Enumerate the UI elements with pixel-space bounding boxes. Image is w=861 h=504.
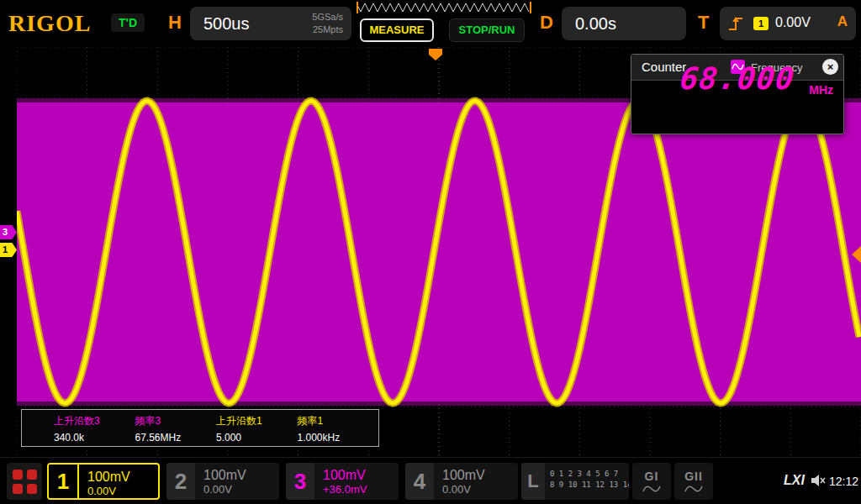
trigger-mode: A: [837, 13, 848, 30]
brand-logo: RIGOL: [8, 10, 91, 37]
meas-value-1: 340.0k: [54, 432, 135, 444]
clock: 12:12: [829, 475, 858, 488]
horizontal-overview-strip[interactable]: [357, 1, 531, 14]
meas-label-3: 上升沿数1: [216, 414, 298, 428]
bottom-bar: 1 100mV 0.00V 2 100mV 0.00V 3 100mV +36.…: [0, 457, 861, 504]
channel1-scale: 100mV: [87, 469, 158, 485]
sound-muted-icon[interactable]: [811, 474, 826, 487]
delay-label: D: [540, 12, 553, 34]
trigger-status-badge: T'D: [111, 13, 145, 32]
measurement-labels: 上升沿数3 频率3 上升沿数1 频率1: [22, 412, 378, 429]
digital-channels-box[interactable]: L 0 1 2 3 4 5 6 7 8 9 10 11 12 13 14 15: [521, 463, 629, 500]
delay-box[interactable]: 0.00s: [562, 7, 686, 40]
counter-unit: MHz: [809, 83, 833, 97]
acquisition-info: 5GSa/s 25Mpts: [312, 11, 343, 36]
trigger-slope-icon: [726, 13, 748, 34]
meas-value-4: 1.000kHz: [298, 432, 379, 444]
channel3-offset: +36.0mV: [323, 483, 399, 496]
channel3-position-marker[interactable]: 3: [0, 225, 17, 239]
channel2-box[interactable]: 2 100mV 0.00V: [166, 463, 279, 500]
channel4-scale: 100mV: [442, 467, 518, 483]
chann2-offset: 0.00V: [203, 483, 279, 496]
memory-depth: 25Mpts: [312, 24, 343, 36]
channel1-box[interactable]: 1 100mV 0.00V: [47, 463, 160, 500]
trigger-source-badge: 1: [753, 17, 769, 30]
ch3-trace-band: [17, 102, 861, 402]
channel2-number: 2: [166, 463, 195, 500]
top-bar: RIGOL T'D H 500us 5GSa/s 25Mpts MEASURE …: [0, 0, 861, 47]
channel1-number: 1: [49, 465, 79, 498]
trigger-position-marker[interactable]: [429, 49, 442, 60]
channel1-offset: 0.00V: [87, 485, 158, 498]
trigger-label: T: [698, 12, 709, 34]
horizontal-label: H: [168, 12, 182, 34]
meas-label-1: 上升沿数3: [54, 414, 135, 428]
generator2-box[interactable]: GII: [674, 463, 713, 500]
counter-title: Counter: [642, 60, 686, 74]
channel1-position-marker[interactable]: 1: [0, 243, 17, 257]
measure-button[interactable]: MEASURE: [360, 18, 434, 42]
lxi-logo: LXI: [784, 473, 805, 488]
channel4-number: 4: [405, 463, 434, 500]
generator2-label: GII: [684, 470, 703, 483]
channel3-number: 3: [286, 463, 314, 500]
trigger-box[interactable]: 1 0.00V A: [720, 7, 856, 40]
digital-row2: 8 9 10 11 12 13 14 15: [550, 480, 629, 491]
sine-icon: [642, 485, 661, 493]
timebase-box[interactable]: 500us 5GSa/s 25Mpts: [190, 7, 351, 40]
stop-run-button[interactable]: STOP/RUN: [449, 18, 525, 42]
meas-label-4: 频率1: [298, 414, 379, 428]
channel3-scale: 100mV: [323, 467, 399, 483]
generator1-box[interactable]: GI: [632, 463, 671, 500]
digital-label: L: [521, 463, 545, 500]
delay-value: 0.00s: [575, 14, 616, 34]
measurement-panel[interactable]: 上升沿数3 频率3 上升沿数1 频率1 340.0k 67.56MHz 5.00…: [21, 409, 379, 447]
meas-value-3: 5.000: [216, 432, 298, 444]
sample-rate: 5GSa/s: [312, 11, 343, 24]
counter-panel: Counter Frequency × 68.000 MHz: [631, 54, 844, 134]
generator1-label: GI: [645, 470, 659, 483]
measurement-values: 340.0k 67.56MHz 5.000 1.000kHz: [22, 429, 378, 446]
channel4-offset: 0.00V: [442, 483, 518, 496]
counter-value: 68.000: [679, 61, 796, 96]
close-icon[interactable]: ×: [822, 59, 838, 75]
channel2-scale: 100mV: [203, 467, 279, 483]
digital-row1: 0 1 2 3 4 5 6 7: [550, 469, 629, 480]
meas-value-2: 67.56MHz: [135, 432, 217, 444]
overview-waveform: [357, 3, 529, 12]
channel4-box[interactable]: 4 100mV 0.00V: [405, 463, 518, 500]
channel3-box[interactable]: 3 100mV +36.0mV: [286, 463, 399, 500]
timebase-value: 500us: [203, 14, 250, 34]
sine-icon: [684, 485, 703, 493]
trigger-level-value: 0.00V: [775, 15, 811, 30]
menu-button[interactable]: [7, 463, 42, 500]
meas-label-2: 频率3: [135, 414, 217, 428]
